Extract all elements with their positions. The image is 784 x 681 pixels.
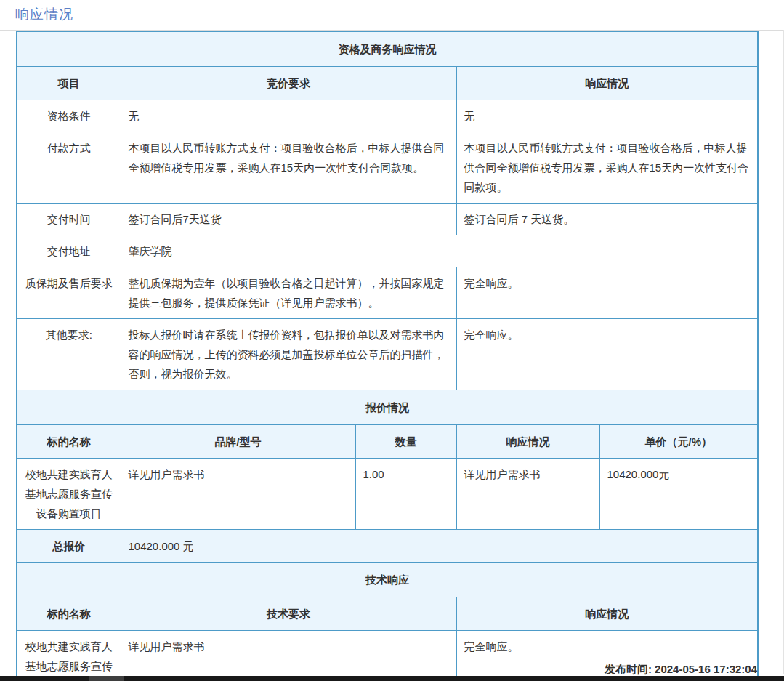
column-header-target-name: 标的名称 [17, 425, 121, 459]
requirement-cell: 签订合同后7天送货 [121, 204, 456, 235]
row-label: 交付地址 [17, 235, 121, 267]
page-title: 响应情况 [0, 0, 784, 24]
unit-price-cell: 10420.000元 [599, 459, 758, 530]
technical-column-header-row: 标的名称 技术要求 响应情况 [17, 597, 758, 631]
column-header-quantity: 数量 [355, 425, 456, 459]
table-row-payment-method: 付款方式 本项目以人民币转账方式支付：项目验收合格后，中标人提供合同全额增值税专… [17, 132, 758, 204]
response-report-page: { "page": { "title": "响应情况", "publish_ti… [0, 0, 784, 681]
taskbar-edge [0, 676, 784, 681]
table-row-warranty: 质保期及售后要求 整机质保期为壹年（以项目验收合格之日起计算），并按国家规定提供… [17, 267, 758, 319]
column-header-target-name: 标的名称 [17, 597, 121, 631]
row-label: 付款方式 [17, 132, 121, 204]
column-header-brand-model: 品牌/型号 [121, 425, 355, 459]
response-cell: 完全响应。 [456, 319, 758, 390]
table-row-other-requirements: 其他要求: 投标人报价时请在系统上传报价资料，包括报价单以及对需求书内容的响应情… [17, 319, 758, 390]
total-quote-row: 总报价 10420.000 元 [17, 530, 758, 563]
quote-section-header-row: 报价情况 [17, 390, 758, 425]
response-cell: 签订合同后 7 天送货。 [456, 204, 758, 235]
requirement-cell: 投标人报价时请在系统上传报价资料，包括报价单以及对需求书内容的响应情况，上传的资… [121, 319, 456, 390]
table-row-qualification-condition: 资格条件 无 无 [17, 100, 758, 132]
requirement-cell: 整机质保期为壹年（以项目验收合格之日起计算），并按国家规定提供三包服务，提供质保… [121, 267, 456, 319]
target-name-cell: 校地共建实践育人基地志愿服务宣传设备购置项目 [17, 459, 121, 530]
column-header-response: 响应情况 [456, 425, 599, 459]
table-row-delivery-address: 交付地址 肇庆学院 [17, 235, 758, 267]
column-header-item: 项目 [17, 67, 121, 100]
response-cell: 详见用户需求书 [456, 459, 599, 530]
quote-section-title: 报价情况 [17, 390, 758, 425]
quote-data-row: 校地共建实践育人基地志愿服务宣传设备购置项目 详见用户需求书 1.00 详见用户… [17, 459, 758, 530]
requirement-cell: 无 [121, 100, 456, 132]
requirement-cell: 肇庆学院 [121, 235, 758, 267]
brand-model-cell: 详见用户需求书 [121, 459, 355, 530]
quantity-cell: 1.00 [355, 459, 456, 530]
row-label: 资格条件 [17, 100, 121, 132]
response-cell: 无 [456, 100, 758, 132]
qualification-column-header-row: 项目 竞价要求 响应情况 [17, 67, 758, 100]
response-table: 资格及商务响应情况 项目 竞价要求 响应情况 资格条件 无 无 付款方式 本项目… [16, 31, 759, 681]
column-header-technical-requirement: 技术要求 [121, 597, 456, 631]
table-row-delivery-time: 交付时间 签订合同后7天送货 签订合同后 7 天送货。 [17, 204, 758, 235]
row-label: 交付时间 [17, 204, 121, 235]
response-cell: 本项目以人民币转账方式支付：项目验收合格后，中标人提供合同全额增值税专用发票，采… [456, 132, 758, 204]
qualification-section-title: 资格及商务响应情况 [17, 31, 758, 67]
column-header-bid-requirement: 竞价要求 [121, 67, 456, 100]
column-header-response: 响应情况 [456, 67, 758, 100]
total-quote-value: 10420.000 元 [121, 530, 758, 563]
column-header-response: 响应情况 [456, 597, 758, 631]
taskbar-edge-segment [89, 676, 124, 681]
column-header-unit-price: 单价（元/%） [599, 425, 758, 459]
publish-time: 发布时间: 2024-05-16 17:32:04 [16, 663, 757, 677]
technical-section-title: 技术响应 [17, 563, 758, 597]
requirement-cell: 本项目以人民币转账方式支付：项目验收合格后，中标人提供合同全额增值税专用发票，采… [121, 132, 456, 204]
response-cell: 完全响应。 [456, 267, 758, 319]
row-label: 质保期及售后要求 [17, 267, 121, 319]
technical-section-header-row: 技术响应 [17, 563, 758, 597]
quote-column-header-row: 标的名称 品牌/型号 数量 响应情况 单价（元/%） [17, 425, 758, 459]
row-label: 其他要求: [17, 319, 121, 390]
qualification-section-header-row: 资格及商务响应情况 [17, 31, 758, 67]
total-quote-label: 总报价 [17, 530, 121, 563]
